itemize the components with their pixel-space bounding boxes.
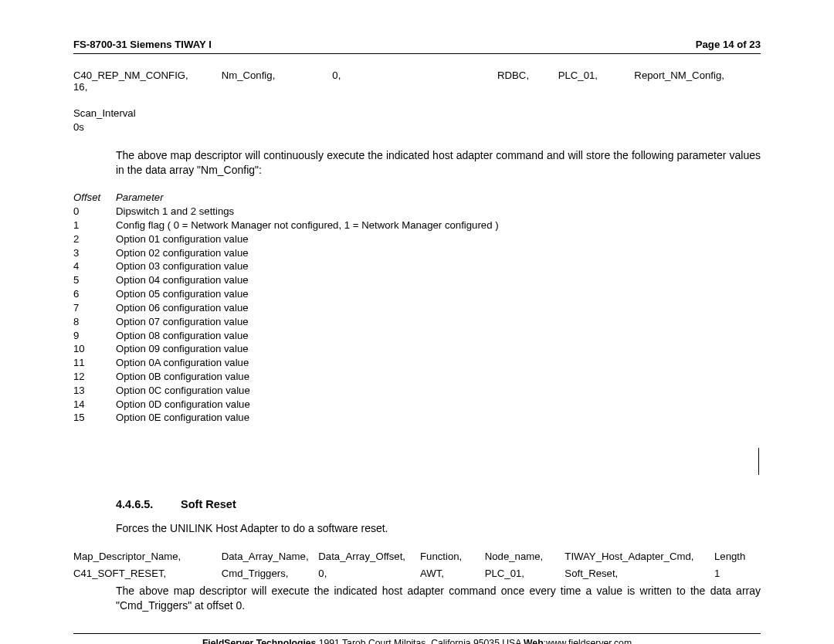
param-value: Option 02 configuration value	[116, 246, 761, 260]
text-cursor-icon	[758, 448, 759, 475]
md-c0: C41_SOFT_RESET,	[73, 567, 219, 581]
param-row: 15Option 0E configuration value	[73, 411, 761, 425]
param-row: 11Option 0A configuration value	[73, 356, 761, 370]
param-row: 6Option 05 configuration value	[73, 287, 761, 301]
md-c4: PLC_01,	[485, 567, 562, 581]
param-offset: 15	[73, 411, 116, 425]
mh-c0: Map_Descriptor_Name,	[73, 550, 219, 564]
param-row: 1Config flag ( 0 = Network Manager not c…	[73, 219, 761, 232]
md-c3: AWT,	[420, 567, 482, 581]
param-value: Option 01 configuration value	[116, 232, 761, 246]
param-value: Option 09 configuration value	[116, 342, 761, 356]
param-row: 5Option 04 configuration value	[73, 273, 761, 287]
param-row: 7Option 06 configuration value	[73, 301, 761, 315]
param-offset: 2	[73, 232, 116, 246]
param-value: Option 04 configuration value	[116, 273, 761, 287]
md-c5: Soft_Reset,	[564, 567, 711, 581]
map-data-row: C41_SOFT_RESET, Cmd_Triggers, 0, AWT, PL…	[73, 567, 761, 581]
param-row: 9Option 08 configuration value	[73, 329, 761, 343]
param-offset: 3	[73, 246, 116, 260]
cfg-c1: Nm_Config,	[222, 69, 330, 81]
footer-addr: 1991 Tarob Court Milpitas, California 95…	[316, 638, 524, 644]
param-row: 10Option 09 configuration value	[73, 342, 761, 356]
mh-c2: Data_Array_Offset,	[318, 550, 417, 564]
footer-web-l: Web	[524, 638, 544, 644]
param-value: Option 05 configuration value	[116, 287, 761, 301]
cfg-c5: Report_NM_Config,	[634, 69, 750, 81]
param-value: Dipswitch 1 and 2 settings	[116, 205, 761, 219]
param-offset: 13	[73, 384, 116, 398]
cfg-c0: C40_REP_NM_CONFIG,	[73, 69, 219, 81]
param-offset: 12	[73, 370, 116, 384]
param-value: Option 03 configuration value	[116, 259, 761, 273]
page-number: Page 14 of 23	[696, 39, 761, 50]
scan-l1: 0s	[73, 120, 761, 134]
param-offset: 1	[73, 219, 116, 232]
param-row: 12Option 0B configuration value	[73, 370, 761, 384]
mh-c3: Function,	[420, 550, 482, 564]
param-value: Option 06 configuration value	[116, 301, 761, 315]
cfg-c3: RDBC,	[497, 69, 555, 81]
param-row: 2Option 01 configuration value	[73, 232, 761, 246]
page-header: FS-8700-31 Siemens TIWAY I Page 14 of 23	[73, 39, 761, 54]
param-offset: 11	[73, 356, 116, 370]
section-heading: 4.4.6.5. Soft Reset	[116, 498, 761, 510]
param-row: 4Option 03 configuration value	[73, 259, 761, 273]
param-value: Option 0B configuration value	[116, 370, 761, 384]
doc-id: FS-8700-31 Siemens TIWAY I	[73, 39, 212, 50]
map-header-row: Map_Descriptor_Name, Data_Array_Name, Da…	[73, 550, 761, 564]
param-table: Offset Parameter 0Dipswitch 1 and 2 sett…	[73, 191, 761, 425]
section-title: Soft Reset	[181, 498, 236, 510]
param-offset: 14	[73, 398, 116, 412]
scan-block: Scan_Interval 0s	[73, 107, 761, 134]
param-value: Option 0A configuration value	[116, 356, 761, 370]
md-c2: 0,	[318, 567, 417, 581]
cfg-c2: 0,	[332, 69, 494, 81]
param-offset: 10	[73, 342, 116, 356]
md-c6: 1	[714, 567, 720, 581]
param-offset: 6	[73, 287, 116, 301]
mh-c1: Data_Array_Name,	[222, 550, 316, 564]
param-header: Offset Parameter	[73, 191, 761, 205]
paragraph-2: Forces the UNILINK Host Adapter to do a …	[116, 521, 761, 536]
param-offset: 7	[73, 301, 116, 315]
paragraph-1: The above map descriptor will continuous…	[116, 148, 761, 178]
param-value: Option 0C configuration value	[116, 384, 761, 398]
param-offset: 8	[73, 315, 116, 329]
mh-c4: Node_name,	[485, 550, 562, 564]
param-row: 13Option 0C configuration value	[73, 384, 761, 398]
scan-l0: Scan_Interval	[73, 107, 761, 120]
hdr-offset: Offset	[73, 191, 116, 205]
param-value: Option 08 configuration value	[116, 329, 761, 343]
mh-c5: TIWAY_Host_Adapter_Cmd,	[564, 550, 711, 564]
paragraph-3: The above map descriptor will execute th…	[116, 584, 761, 613]
config-row: C40_REP_NM_CONFIG, Nm_Config, 0, RDBC, P…	[73, 69, 761, 93]
footer-web-v: :www.fieldserver.com	[544, 638, 632, 644]
param-row: 14Option 0D configuration value	[73, 398, 761, 412]
param-offset: 4	[73, 259, 116, 273]
md-c1: Cmd_Triggers,	[222, 567, 316, 581]
param-value: Config flag ( 0 = Network Manager not co…	[116, 219, 761, 232]
param-offset: 9	[73, 329, 116, 343]
param-value: Option 0D configuration value	[116, 398, 761, 412]
section-num: 4.4.6.5.	[116, 498, 178, 510]
param-offset: 5	[73, 273, 116, 287]
mh-c6: Length	[714, 550, 745, 564]
footer-company: FieldServer Technologies	[202, 638, 316, 644]
param-value: Option 0E configuration value	[116, 411, 761, 425]
param-row: 0Dipswitch 1 and 2 settings	[73, 205, 761, 219]
param-row: 8Option 07 configuration value	[73, 315, 761, 329]
cfg-c4: PLC_01,	[558, 69, 632, 81]
cfg-c6: 16,	[73, 81, 87, 93]
param-value: Option 07 configuration value	[116, 315, 761, 329]
param-row: 3Option 02 configuration value	[73, 246, 761, 260]
param-offset: 0	[73, 205, 116, 219]
page-footer: FieldServer Technologies 1991 Tarob Cour…	[73, 633, 761, 644]
hdr-param: Parameter	[116, 191, 761, 205]
